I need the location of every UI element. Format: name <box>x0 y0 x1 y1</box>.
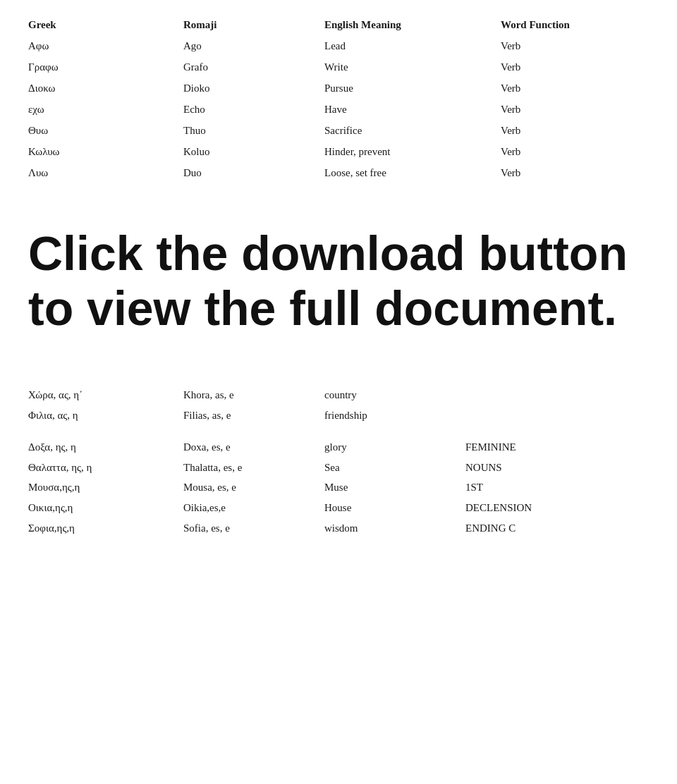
cell-greek: Γραφω <box>28 59 183 75</box>
cell-function: Verb <box>501 122 642 139</box>
cell-greek: Θαλαττα, ης, η <box>28 459 183 477</box>
table-row: Αφω Ago Lead Verb <box>28 35 649 56</box>
cell-category: ENDING C <box>465 520 606 537</box>
cell-english: Pursue <box>324 80 501 97</box>
cell-category <box>465 386 606 404</box>
cell-function: Verb <box>501 143 642 160</box>
cell-greek: εχω <box>28 101 183 118</box>
bottom-row: Οικια,ης,η Oikia,es,e House DECLENSION <box>28 498 649 518</box>
cell-greek: Οικια,ης,η <box>28 499 183 517</box>
cell-category: FEMININE <box>465 439 606 456</box>
cell-category <box>465 407 606 424</box>
cell-meaning: friendship <box>324 407 465 424</box>
header-greek: Greek <box>28 16 183 33</box>
bottom-row: Σοφια,ης,η Sofia, es, e wisdom ENDING C <box>28 518 649 539</box>
cell-romaji: Khora, as, e <box>183 386 324 404</box>
cell-romaji: Doxa, es, e <box>183 439 324 456</box>
cell-romaji: Thalatta, es, e <box>183 459 324 477</box>
cell-romaji: Duo <box>183 164 324 181</box>
bottom-row: Θαλαττα, ης, η Thalatta, es, e Sea NOUNS <box>28 458 649 478</box>
cell-greek: Χώρα, ας, η΄ <box>28 386 183 404</box>
bottom-row: Μουσα,ης,η Mousa, es, e Muse 1ST <box>28 477 649 498</box>
cell-meaning: country <box>324 386 465 404</box>
cell-function: Verb <box>501 164 642 181</box>
cell-romaji: Thuo <box>183 122 324 139</box>
download-message: Click the download button to view the fu… <box>28 226 649 336</box>
header-romaji: Romaji <box>183 16 324 33</box>
cell-greek: Σοφια,ης,η <box>28 520 183 537</box>
cell-meaning: glory <box>324 439 465 456</box>
cell-meaning: Muse <box>324 479 465 496</box>
table-row: Κωλυω Koluo Hinder, prevent Verb <box>28 141 649 162</box>
bottom-vocabulary-section: Χώρα, ας, η΄ Khora, as, e country Φιλια,… <box>28 385 649 538</box>
cell-function: Verb <box>501 37 642 54</box>
download-message-line1: Click the download button <box>28 226 649 281</box>
download-message-line2: to view the full document. <box>28 281 649 336</box>
table-row: Θυω Thuo Sacrifice Verb <box>28 120 649 141</box>
vocabulary-table: Greek Romaji English Meaning Word Functi… <box>28 14 649 183</box>
cell-category: 1ST <box>465 479 606 496</box>
cell-greek: Μουσα,ης,η <box>28 479 183 496</box>
cell-romaji: Grafo <box>183 59 324 75</box>
cell-romaji: Mousa, es, e <box>183 479 324 496</box>
table-row: Διοκω Dioko Pursue Verb <box>28 78 649 99</box>
header-function: Word Function <box>501 16 642 33</box>
bottom-row: Χώρα, ας, η΄ Khora, as, e country <box>28 385 649 405</box>
cell-greek: Αφω <box>28 37 183 54</box>
header-english: English Meaning <box>324 16 501 33</box>
cell-english: Loose, set free <box>324 164 501 181</box>
cell-meaning: House <box>324 499 465 517</box>
cell-greek: Φιλια, ας, η <box>28 407 183 424</box>
cell-meaning: Sea <box>324 459 465 477</box>
table-row: εχω Echo Have Verb <box>28 99 649 120</box>
bottom-row: Φιλια, ας, η Filias, as, e friendship <box>28 405 649 426</box>
cell-greek: Κωλυω <box>28 143 183 160</box>
cell-romaji: Filias, as, e <box>183 407 324 424</box>
cell-english: Have <box>324 101 501 118</box>
table-row: Λυω Duo Loose, set free Verb <box>28 162 649 183</box>
cell-meaning: wisdom <box>324 520 465 537</box>
cell-category: DECLENSION <box>465 499 606 517</box>
cell-english: Write <box>324 59 501 75</box>
cell-greek: Δοξα, ης, η <box>28 439 183 456</box>
bottom-row: Δοξα, ης, η Doxa, es, e glory FEMININE <box>28 437 649 458</box>
cell-romaji: Ago <box>183 37 324 54</box>
cell-romaji: Oikia,es,e <box>183 499 324 517</box>
cell-english: Hinder, prevent <box>324 143 501 160</box>
cell-romaji: Sofia, es, e <box>183 520 324 537</box>
cell-greek: Λυω <box>28 164 183 181</box>
cell-romaji: Dioko <box>183 80 324 97</box>
table-row: Γραφω Grafo Write Verb <box>28 56 649 78</box>
cell-romaji: Echo <box>183 101 324 118</box>
cell-greek: Θυω <box>28 122 183 139</box>
cell-function: Verb <box>501 59 642 75</box>
cell-greek: Διοκω <box>28 80 183 97</box>
cell-english: Sacrifice <box>324 122 501 139</box>
cell-romaji: Koluo <box>183 143 324 160</box>
cell-function: Verb <box>501 80 642 97</box>
table-header-row: Greek Romaji English Meaning Word Functi… <box>28 14 649 35</box>
cell-function: Verb <box>501 101 642 118</box>
cell-category: NOUNS <box>465 459 606 477</box>
cell-english: Lead <box>324 37 501 54</box>
